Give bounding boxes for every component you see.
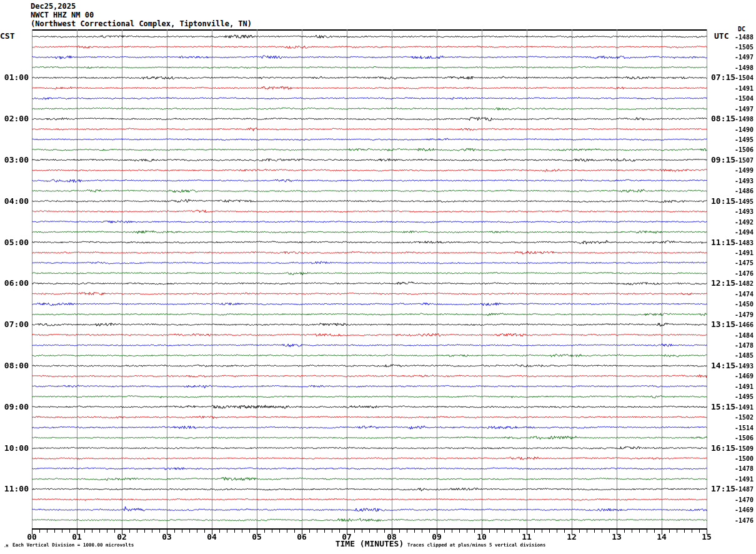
minor-tick: [227, 530, 227, 533]
cst-hour-label: 07:00: [0, 320, 29, 330]
dc-offset-value: -1474: [735, 291, 754, 298]
utc-hour-label: 08:15: [711, 114, 735, 124]
dc-offset-value: -1506: [735, 146, 754, 154]
dc-offset-value: -1506: [735, 435, 754, 442]
dc-offset-value: -1492: [735, 219, 754, 226]
dc-offset-value: -1499: [735, 167, 754, 174]
minor-tick: [414, 530, 415, 533]
dc-offset-value: -1479: [735, 311, 754, 319]
minor-tick: [137, 530, 137, 533]
dc-offset-value: -1495: [735, 136, 754, 144]
dc-offset-value: -1493: [735, 208, 754, 216]
minor-tick: [587, 530, 587, 533]
minor-tick: [647, 530, 647, 533]
minor-tick: [107, 530, 107, 533]
dc-offset-value: -1491: [735, 404, 754, 411]
dc-offset-value: -1495: [735, 393, 754, 401]
dc-offset-value: -1476: [735, 270, 754, 278]
utc-hour-label: 15:15: [711, 402, 735, 412]
clipping-note: Traces clipped at plus/minus 5 vertical …: [407, 542, 545, 548]
minor-tick: [632, 530, 632, 533]
helicorder-screen: Dec25,2025 NWCT HHZ NM 00 (Northwest Cor…: [0, 0, 756, 554]
dc-offset-value: -1478: [735, 342, 754, 350]
dc-offset-value: -1502: [735, 414, 754, 421]
minor-tick: [362, 530, 362, 533]
minor-tick: [377, 530, 377, 533]
dc-offset-value: -1482: [735, 280, 754, 288]
minor-tick: [92, 530, 92, 533]
dc-offset-value: -1466: [735, 321, 754, 329]
cst-hour-label: 11:00: [0, 484, 29, 494]
minor-tick: [602, 530, 602, 533]
utc-hour-label: 14:15: [711, 361, 735, 371]
cst-hour-label: 01:00: [0, 73, 29, 83]
minor-tick: [317, 530, 317, 533]
dc-offset-value: -1488: [735, 34, 754, 41]
cst-hour-label: 05:00: [0, 238, 29, 248]
utc-hour-label: 13:15: [711, 320, 735, 330]
dc-offset-value: -1490: [735, 126, 754, 134]
dc-offset-value: -1493: [735, 363, 754, 370]
dc-offset-value: -1469: [735, 373, 754, 380]
dc-offset-value: -1495: [735, 198, 754, 206]
minor-tick: [467, 530, 467, 533]
minor-tick: [369, 530, 370, 533]
minor-tick: [332, 530, 332, 533]
minor-tick: [47, 530, 47, 533]
minor-tick: [152, 530, 152, 533]
dc-offset-value: -1505: [735, 44, 754, 51]
dc-offset-value: -1475: [735, 259, 754, 267]
dc-offset-value: -1484: [735, 332, 754, 340]
utc-hour-label: 12:15: [711, 278, 735, 288]
dc-offset-value: -1450: [735, 301, 754, 308]
minor-tick: [197, 530, 197, 533]
minor-tick: [557, 530, 557, 533]
minor-tick: [234, 530, 235, 533]
dc-offset-value: -1491: [735, 249, 754, 257]
dc-offset-value: -1497: [735, 54, 754, 61]
dc-offset-value: -1500: [735, 455, 754, 463]
dc-offset-value: -1485: [735, 352, 754, 360]
minor-tick: [189, 530, 190, 533]
minor-tick: [452, 530, 452, 533]
utc-hour-label: 17:15: [711, 484, 735, 494]
dc-offset-value: -1469: [735, 506, 754, 514]
dc-offset-value: -1504: [735, 95, 754, 103]
cst-hour-label: 02:00: [0, 114, 29, 124]
utc-hour-label: 16:15: [711, 443, 735, 453]
minor-tick: [144, 530, 145, 533]
dc-offset-value: -1487: [735, 486, 754, 493]
utc-hour-label: 07:15: [711, 73, 735, 83]
minor-tick: [287, 530, 287, 533]
dc-offset-value: -1493: [735, 178, 754, 185]
minor-tick: [512, 530, 512, 533]
dc-offset-value: -1504: [735, 74, 754, 82]
dc-offset-value: -1514: [735, 425, 754, 432]
minor-tick: [407, 530, 407, 533]
minor-tick: [62, 530, 62, 533]
minor-tick: [594, 530, 595, 533]
dc-offset-value: -1507: [735, 157, 754, 164]
minor-tick: [279, 530, 280, 533]
utc-hour-label: 10:15: [711, 196, 735, 206]
minor-tick: [422, 530, 422, 533]
corner-mark: .M: [4, 543, 8, 548]
dc-offset-value: -1509: [735, 445, 754, 453]
dc-offset-value: -1486: [735, 188, 754, 195]
utc-hour-label: 09:15: [711, 155, 735, 165]
minor-tick: [504, 530, 505, 533]
dc-offset-value: -1497: [735, 106, 754, 113]
cst-hour-label: 03:00: [0, 155, 29, 165]
minor-tick: [677, 530, 677, 533]
minor-tick: [459, 530, 460, 533]
minor-tick: [639, 530, 640, 533]
dc-offset-value: -1478: [735, 465, 754, 473]
minor-tick: [182, 530, 182, 533]
cst-hour-label: 08:00: [0, 361, 29, 371]
minor-tick: [54, 530, 55, 533]
minor-tick: [324, 530, 325, 533]
dc-offset-value: -1476: [735, 517, 754, 525]
minor-tick: [99, 530, 100, 533]
minor-tick: [272, 530, 272, 533]
cst-hour-label: 06:00: [0, 278, 29, 288]
